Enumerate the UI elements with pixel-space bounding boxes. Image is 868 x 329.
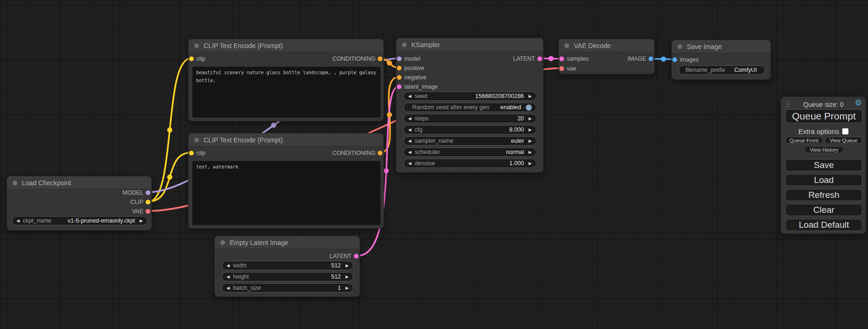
height-widget[interactable]: ◀ height 512 ▶ xyxy=(222,272,353,281)
node-header[interactable]: VAE Decode xyxy=(559,39,654,52)
output-port-clip[interactable] xyxy=(146,200,150,204)
node-header[interactable]: KSampler xyxy=(396,38,543,51)
seed-widget[interactable]: ◀ seed 156680208700286 ▶ xyxy=(403,91,536,101)
queue-prompt-button[interactable]: Queue Prompt xyxy=(785,109,862,123)
width-widget[interactable]: ◀ width 512 ▶ xyxy=(222,261,353,270)
output-label-vae: VAE xyxy=(132,208,143,215)
steps-widget[interactable]: ◀ steps 20 ▶ xyxy=(403,114,536,123)
decrement-arrow-icon[interactable]: ◀ xyxy=(408,139,411,143)
increment-arrow-icon[interactable]: ▶ xyxy=(529,117,532,121)
increment-arrow-icon[interactable]: ▶ xyxy=(529,128,532,132)
output-port-latent[interactable] xyxy=(537,56,542,61)
output-port-model[interactable] xyxy=(146,190,150,195)
refresh-button[interactable]: Refresh xyxy=(785,189,862,201)
decrement-arrow-icon[interactable]: ◀ xyxy=(408,150,411,154)
output-port-conditioning[interactable] xyxy=(378,151,382,155)
input-port-clip[interactable] xyxy=(189,56,194,61)
collapse-dot-icon[interactable] xyxy=(13,181,17,185)
link-midpoint-dot xyxy=(387,112,392,118)
widget-label: filename_prefix xyxy=(685,67,725,73)
node-clip-text-encode-negative: CLIP Text Encode (Prompt) clip CONDITION… xyxy=(188,133,384,229)
prompt-textarea[interactable]: beautiful scenery nature glass bottle la… xyxy=(192,67,381,118)
decrement-arrow-icon[interactable]: ◀ xyxy=(226,275,230,279)
input-label-negative: negative xyxy=(404,74,426,81)
widget-label: ckpt_name xyxy=(23,217,51,224)
prompt-textarea[interactable]: text, watermark xyxy=(192,161,381,225)
increment-arrow-icon[interactable]: ▶ xyxy=(529,139,532,143)
sampler-name-widget[interactable]: ◀ sampler_name euler ▶ xyxy=(403,136,536,146)
collapse-dot-icon[interactable] xyxy=(565,43,569,48)
extra-options-checkbox[interactable] xyxy=(842,128,848,134)
view-history-button[interactable]: View History xyxy=(804,146,844,153)
save-button[interactable]: Save xyxy=(785,159,862,171)
widget-label: batch_size xyxy=(233,285,261,291)
node-title: Save Image xyxy=(687,43,722,50)
settings-gear-icon[interactable]: ⚙ xyxy=(855,99,862,107)
ckpt-name-widget[interactable]: ◀ ckpt_name v1-5-pruned-emaonly.ckpt ▶ xyxy=(12,216,148,225)
input-port-negative[interactable] xyxy=(397,75,402,80)
widget-value: 1.000 xyxy=(438,160,525,167)
decrement-arrow-icon[interactable]: ◀ xyxy=(408,128,411,132)
input-port-images[interactable] xyxy=(672,57,677,62)
denoise-widget[interactable]: ◀ denoise 1.000 ▶ xyxy=(403,159,536,168)
node-header[interactable]: Load Checkpoint xyxy=(7,176,151,189)
node-header[interactable]: CLIP Text Encode (Prompt) xyxy=(189,133,383,147)
link-midpoint-dot xyxy=(549,56,554,61)
filename-prefix-widget[interactable]: filename_prefix ComfyUI xyxy=(678,65,765,75)
load-button[interactable]: Load xyxy=(785,174,862,186)
decrement-arrow-icon[interactable]: ◀ xyxy=(408,117,411,121)
scheduler-widget[interactable]: ◀ scheduler normal ▶ xyxy=(403,147,536,157)
output-port-image[interactable] xyxy=(649,56,653,61)
input-port-model[interactable] xyxy=(397,56,402,61)
widget-label: steps xyxy=(415,115,429,122)
input-port-clip[interactable] xyxy=(189,151,194,155)
increment-arrow-icon[interactable]: ▶ xyxy=(346,286,349,290)
decrement-arrow-icon[interactable]: ◀ xyxy=(226,264,230,268)
clear-button[interactable]: Clear xyxy=(785,204,862,216)
output-port-vae[interactable] xyxy=(146,209,150,214)
increment-arrow-icon[interactable]: ▶ xyxy=(529,161,532,166)
load-default-button[interactable]: Load Default xyxy=(785,219,862,231)
node-header[interactable]: Empty Latent Image xyxy=(215,236,360,249)
collapse-dot-icon[interactable] xyxy=(402,42,407,47)
input-port-positive[interactable] xyxy=(397,66,402,70)
output-port-latent[interactable] xyxy=(354,254,359,259)
increment-arrow-icon[interactable]: ▶ xyxy=(346,275,349,279)
decrement-arrow-icon[interactable]: ◀ xyxy=(408,161,411,166)
collapse-dot-icon[interactable] xyxy=(194,43,199,48)
node-graph-canvas[interactable]: Load Checkpoint MODEL CLIP VAE ◀ ckpt_na… xyxy=(0,0,868,329)
increment-arrow-icon[interactable]: ▶ xyxy=(529,94,532,98)
output-label-conditioning: CONDITIONING xyxy=(332,150,375,156)
queue-front-button[interactable]: Queue Front xyxy=(785,137,823,144)
view-queue-button[interactable]: View Queue xyxy=(825,137,862,144)
decrement-arrow-icon[interactable]: ◀ xyxy=(16,219,20,223)
widget-value: 156680208700286 xyxy=(430,93,525,99)
random-seed-widget[interactable]: Random seed after every gen enabled xyxy=(403,103,536,112)
decrement-arrow-icon[interactable]: ◀ xyxy=(408,94,411,98)
random-seed-toggle-icon[interactable] xyxy=(526,105,532,111)
output-port-conditioning[interactable] xyxy=(378,56,382,61)
widget-label: scheduler xyxy=(415,149,440,155)
increment-arrow-icon[interactable]: ▶ xyxy=(529,150,532,154)
collapse-dot-icon[interactable] xyxy=(220,240,225,245)
link-midpoint-dot xyxy=(167,127,172,133)
input-port-latent-image[interactable] xyxy=(397,84,402,89)
input-port-vae[interactable] xyxy=(559,66,564,71)
node-header[interactable]: CLIP Text Encode (Prompt) xyxy=(189,39,383,52)
batch-size-widget[interactable]: ◀ batch_size 1 ▶ xyxy=(222,283,353,293)
collapse-dot-icon[interactable] xyxy=(677,44,682,49)
link-midpoint-dot xyxy=(384,168,389,174)
input-port-samples[interactable] xyxy=(559,56,564,61)
drag-handle-icon[interactable] xyxy=(786,101,790,108)
decrement-arrow-icon[interactable]: ◀ xyxy=(226,286,230,290)
widget-label: height xyxy=(233,273,249,280)
cfg-widget[interactable]: ◀ cfg 8.000 ▶ xyxy=(403,125,536,134)
increment-arrow-icon[interactable]: ▶ xyxy=(140,219,143,223)
node-header[interactable]: Save Image xyxy=(672,40,770,53)
output-label-model: MODEL xyxy=(123,189,143,196)
widget-value: ComfyUI xyxy=(728,67,761,73)
collapse-dot-icon[interactable] xyxy=(194,138,199,142)
increment-arrow-icon[interactable]: ▶ xyxy=(346,264,349,268)
widget-label: sampler_name xyxy=(415,138,453,144)
input-label-positive: positive xyxy=(404,65,424,71)
